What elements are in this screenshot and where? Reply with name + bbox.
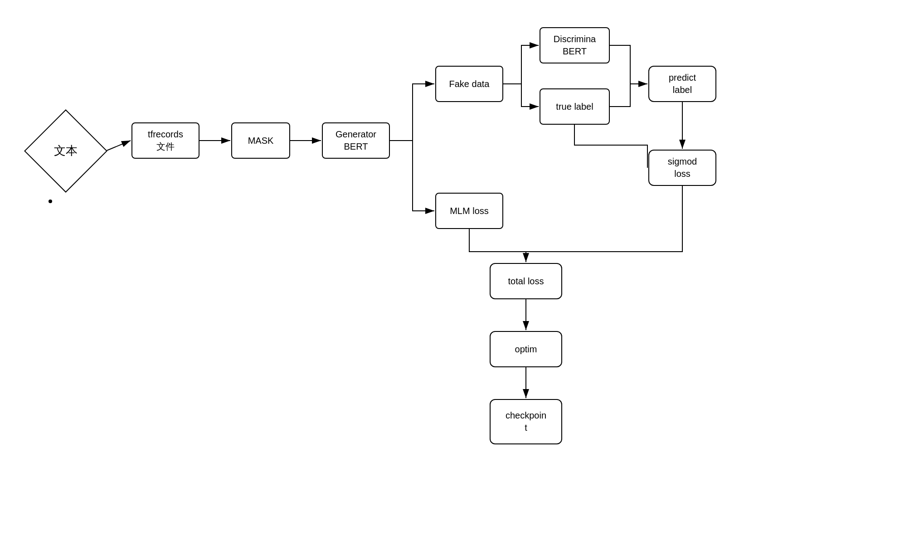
total-loss-node: total loss: [490, 263, 562, 299]
checkpoint-label: checkpoint: [506, 409, 546, 434]
arrow-generator-mlmloss: [390, 141, 434, 211]
optim-node: optim: [490, 331, 562, 367]
line-mlmloss-totalloss: [469, 229, 526, 262]
wenben-node: 文本: [27, 112, 104, 190]
mask-label: MASK: [248, 135, 274, 147]
generator-node: GeneratorBERT: [322, 122, 390, 159]
tfrecords-label: tfrecords文件: [148, 128, 183, 153]
fake-data-node: Fake data: [435, 66, 503, 102]
line-truelabel-sigmodloss: [574, 125, 647, 168]
diagram-container: 文本 tfrecords文件 MASK GeneratorBERT Fake d…: [0, 0, 924, 560]
arrow-fakedata-discriminabert: [503, 45, 539, 84]
tfrecords-node: tfrecords文件: [131, 122, 199, 159]
arrow-discriminabert-predictlabel: [610, 45, 647, 84]
line-sigmodloss-totalloss: [526, 186, 682, 262]
sigmod-loss-node: sigmodloss: [648, 150, 716, 186]
discrimina-bert-label: DiscriminaBERT: [554, 33, 596, 58]
fake-data-label: Fake data: [449, 78, 490, 90]
arrow-generator-fakedata: [390, 84, 434, 141]
arrow-fakedata-truelabel: [503, 84, 539, 107]
arrow-wenben-tfrecords: [106, 141, 131, 151]
generator-label: GeneratorBERT: [336, 128, 376, 153]
optim-label: optim: [515, 343, 537, 355]
dot-marker: [49, 200, 52, 203]
mask-node: MASK: [231, 122, 290, 159]
sigmod-loss-label: sigmodloss: [668, 156, 697, 180]
predict-label-node: predictlabel: [648, 66, 716, 102]
wenben-diamond-shape: [24, 109, 107, 193]
predict-label-label: predictlabel: [669, 72, 696, 96]
discrimina-bert-node: DiscriminaBERT: [540, 27, 610, 63]
true-label-node: true label: [540, 88, 610, 125]
checkpoint-node: checkpoint: [490, 399, 562, 444]
mlm-loss-label: MLM loss: [450, 205, 489, 217]
total-loss-label: total loss: [508, 275, 544, 287]
mlm-loss-node: MLM loss: [435, 193, 503, 229]
true-label-label: true label: [556, 101, 593, 113]
arrow-truelabel-predictlabel: [610, 84, 647, 107]
